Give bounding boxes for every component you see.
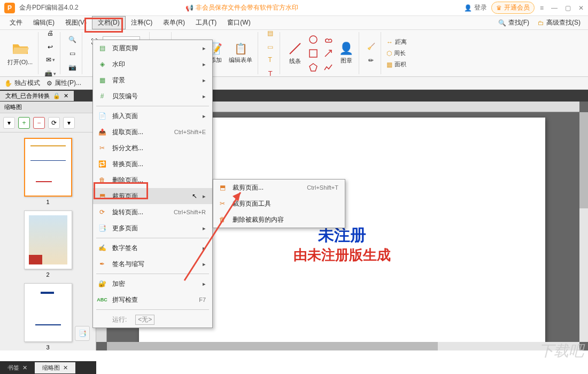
sub-crop-tool[interactable]: ✂裁剪页面工具 (213, 196, 345, 212)
h-scroll-thumb[interactable] (107, 342, 438, 350)
horizontal-scrollbar[interactable] (107, 342, 579, 350)
dd-bates[interactable]: #贝茨编号▸ (93, 88, 212, 104)
hamburger-icon[interactable]: ≡ (540, 4, 544, 12)
circle-icon[interactable] (307, 33, 320, 46)
copy-pages-icon[interactable]: 📑 (75, 326, 90, 341)
menu-edit[interactable]: 编辑(E) (28, 17, 60, 29)
edit-form-button[interactable]: 📋 编辑表单 (227, 40, 254, 66)
square-icon[interactable] (307, 47, 320, 60)
dd-run[interactable]: 运行:<无> (93, 311, 212, 328)
underline-icon[interactable]: T̲ (264, 67, 276, 77)
dd-spell-check[interactable]: ABC拼写检查F7 (93, 292, 212, 308)
polygon-icon[interactable] (307, 61, 320, 74)
thumb-rotate-icon[interactable]: ⟳ (48, 117, 60, 129)
banner-message: 📢 非会员保存文件会带有软件官方水印 (185, 3, 298, 12)
crop-icon: ⬒ (97, 191, 107, 201)
thumb-options-icon[interactable]: ▾ (3, 117, 15, 129)
find-label: 查找(F) (508, 18, 529, 27)
btab-close-icon[interactable]: ✕ (63, 364, 68, 371)
encrypt-icon: 🔐 (97, 279, 107, 289)
signature-icon: ✍ (97, 243, 107, 253)
menu-comment[interactable]: 注释(C) (126, 17, 158, 29)
menu-form[interactable]: 表单(R) (158, 17, 190, 29)
highlight-icon[interactable]: T (264, 53, 276, 66)
thumbnail-list[interactable]: 1 2 3 (0, 133, 96, 350)
menu-file[interactable]: 文件 (4, 17, 28, 29)
pencil-icon[interactable]: ✏ (365, 54, 377, 67)
exclusive-mode-button[interactable]: ✋ 独占模式 (4, 79, 40, 88)
thumb-num-3: 3 (24, 344, 72, 350)
thumb-num-2: 2 (24, 271, 72, 278)
menu-document[interactable]: 文档(D) (92, 16, 126, 29)
button-field-icon[interactable]: ▭ (264, 41, 276, 53)
advanced-find-button[interactable]: 🗀 高级查找(S) (535, 17, 584, 28)
dd-watermark[interactable]: ◈水印▸ (93, 56, 212, 72)
thumb-zoom-in-icon[interactable]: + (18, 117, 30, 129)
btab-thumbnail[interactable]: 缩略图✕ (35, 362, 75, 373)
thumb-more-icon[interactable]: ▾ (63, 117, 75, 129)
menubar: 文件 编辑(E) 视图(V) 文档(D) 注释(C) 表单(R) 工具(T) 窗… (0, 16, 588, 30)
dd-extract-pages[interactable]: 📤提取页面...Ctrl+Shift+E (93, 124, 212, 140)
stamp-button[interactable]: 👤 图章 (337, 40, 355, 67)
revert-icon[interactable]: ↩ (44, 41, 57, 53)
chevron-right-icon: ▸ (203, 225, 206, 232)
perimeter-tool[interactable]: ⬡周长 (386, 49, 407, 57)
minimize-icon[interactable]: — (551, 4, 558, 12)
maximize-icon[interactable]: ▢ (565, 4, 571, 12)
dd-rotate-pages[interactable]: ⟳旋转页面...Ctrl+Shift+R (93, 204, 212, 220)
app-logo: P (4, 3, 15, 13)
area-tool[interactable]: ▦面积 (386, 60, 407, 68)
dd-header-footer[interactable]: ▤页眉页脚▸ (93, 40, 212, 56)
sub-crop-pages[interactable]: ⬒裁剪页面...Ctrl+Shift+T (213, 180, 345, 196)
scan-icon[interactable]: 📠▾ (44, 67, 57, 77)
dd-background[interactable]: ▦背景▸ (93, 72, 212, 88)
snapshot-icon[interactable]: 📷 (66, 61, 79, 74)
eraser-icon[interactable]: 🧹 (365, 40, 377, 53)
menu-window[interactable]: 窗口(W) (222, 17, 256, 29)
dd-encrypt[interactable]: 🔐加密▸ (93, 276, 212, 292)
open-button[interactable]: 打开(O)... (5, 38, 35, 68)
select-tool-icon[interactable]: ▭ (66, 47, 79, 60)
listbox-icon[interactable]: ▤ (264, 30, 276, 40)
thumbnail-3[interactable]: 3 (24, 283, 72, 350)
close-icon[interactable]: ✕ (578, 4, 584, 12)
dd-insert-pages[interactable]: 📄插入页面▸ (93, 108, 212, 124)
vip-button[interactable]: ♛ 开通会员 (491, 2, 535, 14)
dd-split-doc[interactable]: ✂拆分文档... (93, 140, 212, 156)
thumbnail-1[interactable]: 1 (24, 138, 72, 205)
dd-digital-sign[interactable]: ✍数字签名▸ (93, 240, 212, 256)
menu-view[interactable]: 视图(V) (60, 17, 92, 29)
document-dropdown: ▤页眉页脚▸ ◈水印▸ ▦背景▸ #贝茨编号▸ 📄插入页面▸ 📤提取页面...C… (92, 40, 213, 328)
properties-button[interactable]: ⚙ 属性(P)... (47, 79, 81, 88)
btab-close-icon[interactable]: ✕ (22, 364, 27, 371)
find-button[interactable]: 🔍 查找(F) (495, 17, 532, 28)
thumb-zoom-out-icon[interactable]: − (33, 117, 45, 129)
sub-remove-cropped[interactable]: 🗑删除被裁剪的内容 (213, 212, 345, 228)
more-pages-icon: 📑 (97, 223, 107, 233)
area-icon: ▦ (386, 61, 392, 68)
dd-replace-pages[interactable]: 🔁替换页面... (93, 156, 212, 172)
tab-close-icon[interactable]: ✕ (64, 92, 68, 99)
polyline-icon[interactable] (322, 61, 335, 74)
thumbnail-2[interactable]: 2 (24, 211, 72, 278)
distance-tool[interactable]: ↔距离 (386, 38, 407, 46)
svg-rect-2 (310, 50, 317, 57)
search-doc-icon[interactable]: 🔍 (66, 33, 79, 46)
dd-sign-initial[interactable]: ✒签名与缩写▸ (93, 256, 212, 272)
login-button[interactable]: 👤 登录 (460, 2, 491, 13)
dd-more-pages[interactable]: 📑更多页面▸ (93, 220, 212, 236)
mail-icon[interactable]: ✉▾ (44, 53, 57, 66)
line-tool-button[interactable]: 线条 (285, 39, 305, 67)
vertical-scrollbar[interactable] (579, 112, 588, 342)
remove-crop-icon: 🗑 (218, 215, 227, 224)
print-icon[interactable]: 🖨 (44, 30, 57, 40)
v-scroll-thumb[interactable] (579, 112, 588, 208)
arrow-shape-icon[interactable] (322, 47, 335, 60)
menu-tools[interactable]: 工具(T) (190, 17, 222, 29)
dd-delete-pages[interactable]: 🗑删除页面... (93, 172, 212, 188)
titlebar: P 金舟PDF编辑器4.0.2 📢 非会员保存文件会带有软件官方水印 👤 登录 … (0, 0, 588, 16)
btab-bookmark[interactable]: 书签✕ (0, 362, 35, 373)
dd-crop-pages[interactable]: ⬒裁剪页面↖▸ (93, 188, 212, 204)
document-tab[interactable]: 文档_已合并转换 🔒 ✕ (0, 91, 74, 101)
cloud-icon[interactable] (322, 33, 335, 46)
